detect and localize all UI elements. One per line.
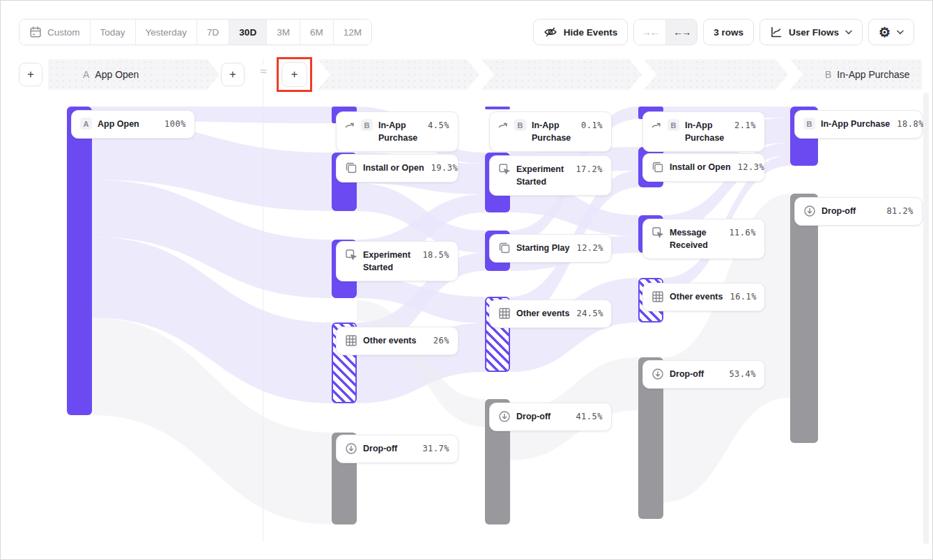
flow-node-label: In-App Purchase: [378, 119, 421, 144]
flow-ribbon: [92, 237, 332, 403]
add-step-button-middle[interactable]: +: [282, 62, 307, 87]
date-range-today[interactable]: Today: [90, 20, 135, 45]
step-a-label: AApp Open: [48, 69, 139, 80]
calendar-icon: [29, 26, 42, 38]
flow-bar-in-app-purchase[interactable]: [485, 107, 510, 109]
date-range-custom[interactable]: Custom: [20, 20, 90, 45]
cursor-icon: [498, 163, 511, 176]
user-flows-page: Custom Today Yesterday 7D 30D 3M 6M 12M …: [0, 0, 933, 560]
flow-bar-app-open[interactable]: [67, 107, 92, 415]
hide-events-button[interactable]: Hide Events: [533, 19, 628, 45]
flow-node-experiment-started[interactable]: Experiment Started18.5%: [336, 241, 458, 281]
flow-node-drop-off[interactable]: Drop-off53.4%: [642, 360, 765, 389]
hide-events-label: Hide Events: [564, 27, 617, 38]
expand-columns-button[interactable]: ←→: [665, 20, 697, 45]
flow-node-percent: 11.6%: [727, 226, 756, 240]
date-range-label: Custom: [47, 27, 80, 38]
flow-node-label: In-App Purchase: [821, 118, 890, 130]
flow-node-message-received[interactable]: Message Received11.6%: [642, 219, 765, 259]
section-divider: [263, 59, 263, 541]
flow-node-experiment-started[interactable]: Experiment Started17.2%: [489, 155, 612, 196]
dropoff-icon: [345, 442, 357, 455]
flow-node-label: Other events: [670, 290, 723, 303]
view-selector[interactable]: User Flows: [759, 19, 863, 45]
step-letter-badge: B: [514, 119, 526, 131]
flow-node-percent: 18.5%: [421, 249, 449, 262]
step-band-b[interactable]: BIn-App Purchase: [790, 59, 922, 90]
flow-node-label: In-App Purchase: [532, 119, 574, 144]
flow-node-percent: 19.3%: [430, 162, 458, 175]
dropoff-icon: [651, 368, 664, 380]
flow-node-label: Message Received: [670, 226, 722, 251]
add-step-button-left[interactable]: +: [19, 63, 43, 86]
flow-node-in-app-purchase[interactable]: BIn-App Purchase2.1%: [642, 111, 765, 152]
flow-node-install-or-open[interactable]: Install or Open19.3%: [336, 154, 458, 182]
flow-node-other-events[interactable]: Other events24.5%: [489, 300, 612, 328]
rows-label: 3 rows: [714, 27, 743, 38]
cursor-icon: [651, 226, 664, 239]
step-band-empty-3[interactable]: [644, 59, 788, 90]
flow-node-label: Install or Open: [363, 162, 424, 174]
flow-node-drop-off[interactable]: Drop-off41.5%: [489, 403, 612, 431]
view-selector-label: User Flows: [789, 27, 839, 38]
cursor-icon: [345, 249, 357, 261]
flow-node-in-app-purchase[interactable]: BIn-App Purchase0.1%: [489, 111, 612, 152]
flow-node-percent: 17.2%: [574, 163, 603, 176]
rows-button[interactable]: 3 rows: [703, 19, 754, 45]
chevron-down-icon: [845, 30, 852, 35]
collapse-columns-button[interactable]: →←: [634, 20, 665, 45]
flow-node-percent: 12.3%: [737, 161, 765, 174]
flow-node-in-app-purchase[interactable]: BIn-App Purchase4.5%: [336, 111, 458, 152]
flow-node-label: Drop-off: [363, 442, 397, 455]
settings-button[interactable]: ⚙: [868, 19, 914, 45]
step-letter-badge: A: [80, 118, 92, 130]
flow-node-other-events[interactable]: Other events16.1%: [642, 283, 765, 311]
flow-node-install-or-open[interactable]: Install or Open12.3%: [642, 153, 765, 182]
dropoff-icon: [498, 410, 511, 423]
flow-node-in-app-purchase[interactable]: BIn-App Purchase18.8%: [794, 110, 923, 139]
flow-node-percent: 100%: [163, 118, 186, 131]
step-letter-badge: B: [361, 119, 373, 131]
step-band-empty-2[interactable]: [481, 59, 642, 90]
flow-node-percent: 81.2%: [885, 205, 913, 218]
flow-ribbon: [92, 180, 332, 298]
step-letter-badge: B: [803, 118, 815, 130]
grid-icon: [498, 307, 511, 320]
date-range-12m[interactable]: 12M: [333, 20, 371, 45]
copies-icon: [651, 161, 664, 173]
date-range-6m[interactable]: 6M: [300, 20, 333, 45]
flow-node-percent: 16.1%: [728, 290, 757, 304]
flow-node-label: Drop-off: [822, 205, 856, 217]
date-range-7d[interactable]: 7D: [196, 20, 229, 45]
flow-node-label: Drop-off: [516, 410, 550, 423]
step-band-empty-1[interactable]: [318, 59, 479, 90]
step-band-a[interactable]: AApp Open: [48, 59, 219, 90]
flow-bar-drop-off[interactable]: [790, 194, 818, 443]
chevron-down-icon: [897, 30, 904, 35]
flow-node-label: Experiment Started: [516, 163, 569, 188]
flows-chart-icon: [770, 26, 782, 38]
date-range-30d[interactable]: 30D: [229, 20, 266, 45]
vertical-scrollbar[interactable]: [923, 93, 929, 544]
flow-node-drop-off[interactable]: Drop-off31.7%: [336, 435, 458, 463]
dropoff-icon: [803, 205, 816, 217]
flow-node-drop-off[interactable]: Drop-off81.2%: [794, 197, 923, 226]
column-width-toggle: →← ←→: [633, 19, 697, 45]
flow-node-other-events[interactable]: Other events26%: [336, 327, 458, 355]
flow-node-label: Starting Play: [516, 242, 569, 254]
flow-node-starting-play[interactable]: Starting Play12.2%: [489, 234, 612, 263]
copies-icon: [345, 162, 357, 174]
flow-node-label: Other events: [516, 307, 569, 320]
flow-node-app-open[interactable]: AApp Open100%: [71, 110, 195, 139]
flow-node-label: Install or Open: [670, 161, 731, 173]
trend-arrow-icon: [345, 121, 355, 130]
step-letter-badge: B: [668, 119, 679, 131]
flow-node-percent: 4.5%: [426, 119, 449, 132]
add-step-button-after-a[interactable]: +: [221, 63, 245, 86]
date-range-3m[interactable]: 3M: [266, 20, 300, 45]
date-range-yesterday[interactable]: Yesterday: [135, 20, 197, 45]
flow-node-percent: 31.7%: [421, 442, 449, 456]
flow-node-label: App Open: [98, 118, 139, 130]
flow-node-percent: 18.8%: [895, 118, 924, 131]
flow-node-label: In-App Purchase: [685, 119, 727, 144]
